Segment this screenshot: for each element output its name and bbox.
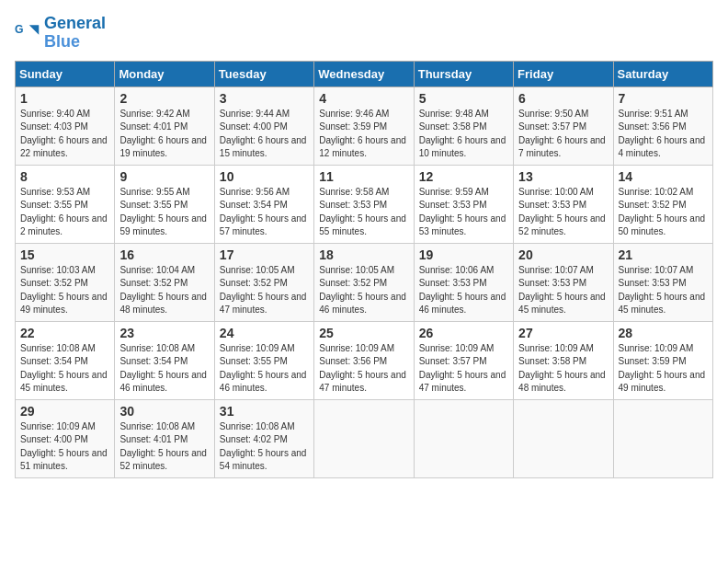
day-number: 8 [20,169,109,184]
day-info: Sunrise: 10:09 AMSunset: 4:00 PMDaylight… [20,420,109,474]
calendar-week-3: 15 Sunrise: 10:03 AMSunset: 3:52 PMDayli… [16,243,713,321]
weekday-header-tuesday: Tuesday [214,61,313,86]
calendar-cell: 4 Sunrise: 9:46 AMSunset: 3:59 PMDayligh… [314,86,414,165]
day-info: Sunrise: 10:09 AMSunset: 3:55 PMDaylight… [220,342,309,396]
day-number: 17 [220,247,309,262]
day-info: Sunrise: 9:53 AMSunset: 3:55 PMDaylight:… [20,186,109,239]
logo: G GeneralBlue [15,15,106,52]
day-number: 21 [619,247,708,262]
day-number: 13 [518,169,608,184]
day-info: Sunrise: 10:04 AMSunset: 3:52 PMDaylight… [119,264,209,317]
calendar-cell: 19 Sunrise: 10:06 AMSunset: 3:53 PMDayli… [414,243,513,321]
day-number: 18 [319,247,408,262]
day-number: 4 [319,91,408,106]
day-info: Sunrise: 9:51 AMSunset: 3:56 PMDaylight:… [619,108,708,161]
calendar-cell [314,399,414,477]
calendar-cell: 25 Sunrise: 10:09 AMSunset: 3:56 PMDayli… [314,321,414,399]
day-number: 5 [419,91,508,106]
calendar-cell: 20 Sunrise: 10:07 AMSunset: 3:53 PMDayli… [514,243,613,321]
calendar-cell: 15 Sunrise: 10:03 AMSunset: 3:52 PMDayli… [16,243,115,321]
page-header: G GeneralBlue [15,15,713,52]
day-number: 16 [119,247,209,262]
calendar-table: SundayMondayTuesdayWednesdayThursdayFrid… [15,61,713,478]
calendar-week-1: 1 Sunrise: 9:40 AMSunset: 4:03 PMDayligh… [16,86,713,165]
calendar-cell: 6 Sunrise: 9:50 AMSunset: 3:57 PMDayligh… [514,86,613,165]
day-info: Sunrise: 9:42 AMSunset: 4:01 PMDaylight:… [119,108,209,161]
day-info: Sunrise: 10:00 AMSunset: 3:53 PMDaylight… [518,186,608,239]
day-number: 14 [619,169,708,184]
calendar-week-5: 29 Sunrise: 10:09 AMSunset: 4:00 PMDayli… [16,399,713,477]
day-info: Sunrise: 9:56 AMSunset: 3:54 PMDaylight:… [220,186,309,239]
calendar-cell: 12 Sunrise: 9:59 AMSunset: 3:53 PMDaylig… [414,165,513,243]
day-number: 3 [220,91,309,106]
day-info: Sunrise: 10:08 AMSunset: 4:01 PMDaylight… [119,420,209,474]
calendar-week-2: 8 Sunrise: 9:53 AMSunset: 3:55 PMDayligh… [16,165,713,243]
day-info: Sunrise: 10:08 AMSunset: 3:54 PMDaylight… [20,342,109,396]
calendar-cell: 30 Sunrise: 10:08 AMSunset: 4:01 PMDayli… [115,399,214,477]
day-info: Sunrise: 10:06 AMSunset: 3:53 PMDaylight… [419,264,508,317]
day-info: Sunrise: 9:40 AMSunset: 4:03 PMDaylight:… [20,108,109,161]
calendar-cell: 23 Sunrise: 10:08 AMSunset: 3:54 PMDayli… [115,321,214,399]
day-info: Sunrise: 10:05 AMSunset: 3:52 PMDaylight… [319,264,408,317]
weekday-header-monday: Monday [115,61,214,86]
calendar-cell: 3 Sunrise: 9:44 AMSunset: 4:00 PMDayligh… [214,86,313,165]
day-number: 22 [20,326,109,340]
day-info: Sunrise: 10:07 AMSunset: 3:53 PMDaylight… [518,264,608,317]
day-info: Sunrise: 9:50 AMSunset: 3:57 PMDaylight:… [518,108,608,161]
day-number: 11 [319,169,408,184]
calendar-cell: 31 Sunrise: 10:08 AMSunset: 4:02 PMDayli… [214,399,313,477]
day-info: Sunrise: 10:08 AMSunset: 4:02 PMDaylight… [220,420,309,474]
calendar-cell: 13 Sunrise: 10:00 AMSunset: 3:53 PMDayli… [514,165,613,243]
day-number: 2 [119,91,209,106]
day-number: 24 [220,326,309,340]
day-number: 9 [119,169,209,184]
calendar-cell: 24 Sunrise: 10:09 AMSunset: 3:55 PMDayli… [214,321,313,399]
day-info: Sunrise: 10:02 AMSunset: 3:52 PMDaylight… [619,186,708,239]
calendar-cell: 9 Sunrise: 9:55 AMSunset: 3:55 PMDayligh… [115,165,214,243]
calendar-cell: 7 Sunrise: 9:51 AMSunset: 3:56 PMDayligh… [613,86,712,165]
day-info: Sunrise: 9:59 AMSunset: 3:53 PMDaylight:… [419,186,508,239]
logo-icon: G [15,20,40,46]
day-info: Sunrise: 10:03 AMSunset: 3:52 PMDaylight… [20,264,109,317]
calendar-cell: 17 Sunrise: 10:05 AMSunset: 3:52 PMDayli… [214,243,313,321]
day-info: Sunrise: 9:48 AMSunset: 3:58 PMDaylight:… [419,108,508,161]
calendar-cell: 29 Sunrise: 10:09 AMSunset: 4:00 PMDayli… [16,399,115,477]
day-info: Sunrise: 10:08 AMSunset: 3:54 PMDaylight… [119,342,209,396]
calendar-week-4: 22 Sunrise: 10:08 AMSunset: 3:54 PMDayli… [16,321,713,399]
svg-text:G: G [15,23,24,36]
day-number: 23 [119,326,209,340]
calendar-cell: 8 Sunrise: 9:53 AMSunset: 3:55 PMDayligh… [16,165,115,243]
day-info: Sunrise: 9:46 AMSunset: 3:59 PMDaylight:… [319,108,408,161]
day-number: 29 [20,404,109,419]
day-info: Sunrise: 9:58 AMSunset: 3:53 PMDaylight:… [319,186,408,239]
calendar-cell: 14 Sunrise: 10:02 AMSunset: 3:52 PMDayli… [613,165,712,243]
day-info: Sunrise: 10:07 AMSunset: 3:53 PMDaylight… [619,264,708,317]
calendar-cell: 1 Sunrise: 9:40 AMSunset: 4:03 PMDayligh… [16,86,115,165]
calendar-cell: 11 Sunrise: 9:58 AMSunset: 3:53 PMDaylig… [314,165,414,243]
day-number: 28 [619,326,708,340]
calendar-cell: 18 Sunrise: 10:05 AMSunset: 3:52 PMDayli… [314,243,414,321]
calendar-cell [414,399,513,477]
calendar-cell: 10 Sunrise: 9:56 AMSunset: 3:54 PMDaylig… [214,165,313,243]
calendar-cell [514,399,613,477]
calendar-cell: 22 Sunrise: 10:08 AMSunset: 3:54 PMDayli… [16,321,115,399]
weekday-header-wednesday: Wednesday [314,61,414,86]
day-number: 19 [419,247,508,262]
weekday-header-thursday: Thursday [414,61,513,86]
weekday-header-sunday: Sunday [16,61,115,86]
calendar-cell: 27 Sunrise: 10:09 AMSunset: 3:58 PMDayli… [514,321,613,399]
weekday-header-friday: Friday [514,61,613,86]
weekday-header-saturday: Saturday [613,61,712,86]
day-number: 25 [319,326,408,340]
calendar-cell: 16 Sunrise: 10:04 AMSunset: 3:52 PMDayli… [115,243,214,321]
calendar-cell: 2 Sunrise: 9:42 AMSunset: 4:01 PMDayligh… [115,86,214,165]
day-number: 12 [419,169,508,184]
day-number: 30 [119,404,209,419]
day-number: 27 [518,326,608,340]
day-number: 26 [419,326,508,340]
day-number: 15 [20,247,109,262]
calendar-cell: 5 Sunrise: 9:48 AMSunset: 3:58 PMDayligh… [414,86,513,165]
day-info: Sunrise: 9:55 AMSunset: 3:55 PMDaylight:… [119,186,209,239]
day-number: 20 [518,247,608,262]
day-info: Sunrise: 10:09 AMSunset: 3:59 PMDaylight… [619,342,708,396]
